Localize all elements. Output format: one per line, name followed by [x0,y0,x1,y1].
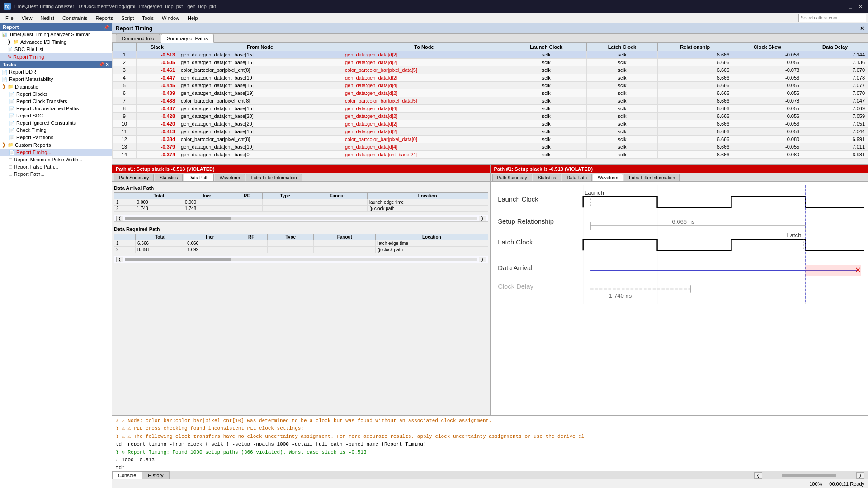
table-row[interactable]: 11 -0.413 gen_data:gen_data|cnt_base[15]… [113,128,868,136]
col-latch: Latch Clock [586,43,657,51]
path-tab-statistics-right[interactable]: Statistics [533,174,561,181]
menu-constraints[interactable]: Constraints [59,14,91,22]
task-check-timing[interactable]: 📄 Check Timing [0,127,112,134]
menu-netlist[interactable]: Netlist [37,14,58,22]
tab-command-info[interactable]: Command Info [116,34,160,42]
path-tab-waveform-left[interactable]: Waveform [215,174,245,181]
table-row[interactable]: 9 -0.428 gen_data:gen_data|cnt_base[20] … [113,113,868,120]
tab-summary-paths[interactable]: Summary of Paths [161,34,213,43]
close-button[interactable]: ✕ [856,2,864,10]
sidebar-item-analyzer-summary[interactable]: 📊 TimeQuest Timing Analyzer Summar [0,31,112,38]
expand-icon[interactable]: ❯ [116,426,119,431]
summary-table-area[interactable]: Slack From Node To Node Launch Clock Lat… [112,43,868,165]
path-tab-waveform-right[interactable]: Waveform [593,174,623,181]
cell-to: gen_data:gen_data[d[4] [342,105,506,113]
task-diagnostic[interactable]: ❯ 📁 Diagnostic [0,83,112,90]
table-row[interactable]: 8 -0.437 gen_data:gen_data|cnt_base[15] … [113,105,868,113]
console-prompt: td⁺ [116,464,864,471]
scroll-left-btn2[interactable]: ❬ [116,257,123,262]
tab-history[interactable]: History [142,471,169,479]
table-row[interactable]: 13 -0.379 gen_data:gen_data|cnt_base[19]… [113,143,868,151]
menu-window[interactable]: Window [158,14,183,22]
menu-help[interactable]: Help [184,14,202,22]
report-close-icon[interactable]: ✕ [860,25,864,32]
search-input[interactable] [798,14,866,22]
tab-console[interactable]: Console [112,471,142,479]
sidebar-item-report-timing[interactable]: ✎ Report Timing [0,53,112,61]
expand-icon[interactable]: ❯ [377,247,381,252]
task-clock-transfers[interactable]: 📄 Report Clock Transfers [0,98,112,105]
task-unconstrained[interactable]: 📄 Report Unconstrained Paths [0,105,112,112]
sidebar-item-label: SDC File List [14,47,43,52]
cell-to: color_bar:color_bar|pixel_data[5] [342,66,506,74]
tasks-pin[interactable]: 📌 ✕ [99,62,109,67]
console-scroll-right[interactable]: ❭ [856,472,864,479]
task-report-clocks[interactable]: 📄 Report Clocks [0,90,112,98]
menu-reports[interactable]: Reports [92,14,117,22]
task-ignored-constraints[interactable]: 📄 Report Ignored Constraints [0,119,112,127]
expand-icon[interactable]: ❯ [369,206,373,211]
table-row[interactable]: 1 -0.513 gen_data:gen_data|cnt_base[15] … [113,51,868,59]
req-col-location: Location [376,234,488,240]
cell-rf [231,206,263,212]
console-text: td⁺ [116,465,125,470]
path-tab-statistics-left[interactable]: Statistics [155,174,183,181]
menu-file[interactable]: File [2,14,17,22]
path-tab-fitter-right[interactable]: Extra Fitter Information [624,174,680,181]
expand-icon[interactable]: ❯ [116,450,119,455]
svg-rect-23 [805,265,861,276]
minimize-button[interactable]: — [836,2,844,10]
sidebar-pin[interactable]: 📌 [104,25,109,30]
path-content-left[interactable]: Data Arrival Path Total Incr RF Type Fan… [112,182,490,415]
cell-num: 3 [113,66,137,74]
table-row[interactable]: 12 -0.384 color_bar:color_bar|pixel_cnt[… [113,136,868,143]
table-row[interactable]: 4 -0.447 gen_data:gen_data|cnt_base[19] … [113,74,868,82]
path-tab-datapath-right[interactable]: Data Path [562,174,592,181]
task-report-path[interactable]: □ Report Path... [0,170,112,178]
task-min-pulse[interactable]: □ Report Minimum Pulse Width... [0,156,112,163]
sidebar-item-label: Report Timing [13,54,44,60]
task-report-partitions[interactable]: 📄 Report Partitions [0,134,112,141]
svg-text:Setup Relationship: Setup Relationship [498,218,554,225]
doc-icon: 📄 [9,121,14,126]
task-custom-reports[interactable]: ❯ 📁 Custom Reports [0,141,112,149]
scroll-right-btn[interactable]: ❭ [479,216,486,221]
task-label: Report DDR [9,69,36,75]
path-tab-datapath-left[interactable]: Data Path [184,174,213,181]
table-row[interactable]: 7 -0.438 color_bar:color_bar|pixel_cnt[8… [113,97,868,105]
expand-icon[interactable]: ❯ [116,434,119,439]
scroll-left-btn[interactable]: ❬ [116,216,123,221]
sidebar-item-sdc[interactable]: 📄 SDC File List [0,46,112,53]
cell-skew: -0.056 [732,59,802,66]
task-report-meta[interactable]: 📄 Report Metastability [0,75,112,83]
cell-slack: -0.384 [136,136,178,143]
arrival-table: Total Incr RF Type Fanout Location 1 [114,192,488,212]
menu-tools[interactable]: Tools [138,14,157,22]
table-row[interactable]: 3 -0.461 color_bar:color_bar|pixel_cnt[8… [113,66,868,74]
table-row[interactable]: 14 -0.374 gen_data:gen_data|cnt_base[0] … [113,151,868,159]
maximize-button[interactable]: □ [846,2,854,10]
cell-rel: 6.666 [658,136,732,143]
table-row[interactable]: 6 -0.439 gen_data:gen_data|cnt_base[19] … [113,89,868,97]
table-row[interactable]: 2 -0.505 gen_data:gen_data|cnt_base[15] … [113,59,868,66]
window-controls[interactable]: — □ ✕ [836,2,864,10]
path-tab-summary-right[interactable]: Path Summary [492,174,532,181]
menu-script[interactable]: Script [118,14,137,22]
sidebar-item-advanced-io[interactable]: ❯ 📁 Advanced I/O Timing [0,38,112,46]
task-report-timing[interactable]: 📄 Report Timing... [0,149,112,156]
cell-from: gen_data:gen_data|cnt_base[20] [178,113,342,120]
path-tab-summary-left[interactable]: Path Summary [114,174,154,181]
cell-to: gen_data:gen_data[d[2] [342,128,506,136]
table-row[interactable]: 10 -0.420 gen_data:gen_data|cnt_base[20]… [113,120,868,128]
scroll-right-btn2[interactable]: ❭ [479,257,486,262]
cell-skew: -0.056 [732,120,802,128]
cell-num: 10 [113,120,137,128]
task-report-sdc[interactable]: 📄 Report SDC [0,112,112,119]
table-row[interactable]: 5 -0.445 gen_data:gen_data|cnt_base[15] … [113,82,868,89]
task-false-path[interactable]: □ Report False Path... [0,163,112,170]
path-tab-fitter-left[interactable]: Extra Fitter Information [246,174,302,181]
menu-view[interactable]: View [18,14,36,22]
tasks-panel: Tasks 📌 ✕ 📄 Report DDR 📄 Report Metastab… [0,61,112,488]
task-report-ddr[interactable]: 📄 Report DDR [0,68,112,75]
console-scroll-left[interactable]: ❬ [754,472,762,479]
